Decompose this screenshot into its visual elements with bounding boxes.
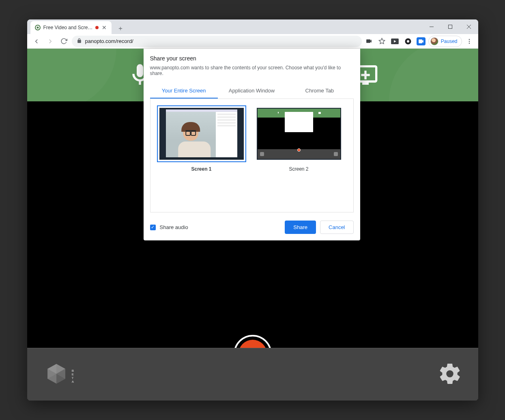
tab-bar: Free Video and Screen Reco ✕ ＋ bbox=[27, 19, 478, 34]
dialog-body: Screen 1 bbox=[150, 99, 354, 212]
screen-2-thumbnail bbox=[257, 108, 341, 160]
dialog-tabs: Your Entire Screen Application Window Ch… bbox=[150, 84, 354, 99]
tab-application-window[interactable]: Application Window bbox=[218, 84, 286, 99]
share-button[interactable]: Share bbox=[285, 221, 316, 234]
minimize-button[interactable] bbox=[422, 19, 441, 34]
screen-option-1[interactable]: Screen 1 bbox=[157, 105, 246, 172]
svg-point-1 bbox=[37, 27, 39, 29]
screen-option-2[interactable]: Screen 2 bbox=[254, 105, 344, 172]
tab-entire-screen[interactable]: Your Entire Screen bbox=[150, 84, 218, 99]
forward-button[interactable] bbox=[44, 35, 56, 47]
back-button[interactable] bbox=[30, 35, 43, 47]
panopto-logo: BETA bbox=[43, 361, 69, 388]
svg-point-13 bbox=[468, 39, 470, 40]
dialog-footer: ✓ Share audio Share Cancel bbox=[144, 212, 360, 240]
svg-point-15 bbox=[468, 43, 470, 44]
close-window-button[interactable] bbox=[460, 19, 478, 34]
screen-1-label: Screen 1 bbox=[157, 166, 246, 172]
svg-marker-12 bbox=[422, 40, 423, 43]
address-bar: panopto.com/record/ Paused bbox=[27, 34, 478, 49]
reload-button[interactable] bbox=[58, 35, 70, 47]
settings-button[interactable] bbox=[438, 362, 462, 388]
screen-2-label: Screen 2 bbox=[254, 166, 344, 172]
tab-chrome-tab[interactable]: Chrome Tab bbox=[286, 84, 353, 99]
url-text: panopto.com/record/ bbox=[85, 38, 133, 44]
screen-1-thumbnail bbox=[159, 108, 244, 160]
svg-rect-16 bbox=[318, 112, 321, 114]
dialog-description: www.panopto.com wants to share the conte… bbox=[150, 65, 354, 76]
svg-point-10 bbox=[407, 40, 409, 43]
omnibox[interactable]: panopto.com/record/ bbox=[72, 36, 362, 47]
extension-circled-icon[interactable] bbox=[402, 36, 414, 47]
share-audio-checkbox[interactable]: ✓ bbox=[150, 225, 156, 230]
dialog-header: Share your screen www.panopto.com wants … bbox=[144, 49, 360, 79]
camera-indicator-icon[interactable] bbox=[363, 36, 375, 47]
share-screen-dialog: Share your screen www.panopto.com wants … bbox=[144, 49, 360, 240]
browser-window: Free Video and Screen Reco ✕ ＋ panopto.c… bbox=[27, 19, 478, 401]
extension-cast-icon[interactable] bbox=[389, 36, 401, 47]
lock-icon bbox=[77, 38, 82, 45]
bottom-control-bar: BETA bbox=[27, 348, 478, 401]
share-audio-row: ✓ Share audio bbox=[150, 224, 188, 230]
gear-icon bbox=[438, 362, 462, 386]
svg-rect-3 bbox=[448, 25, 452, 29]
browser-tab[interactable]: Free Video and Screen Reco ✕ bbox=[30, 21, 112, 34]
svg-rect-11 bbox=[419, 39, 422, 43]
share-audio-label: Share audio bbox=[160, 224, 188, 230]
extension-meet-icon[interactable] bbox=[415, 36, 427, 47]
profile-chip[interactable]: Paused bbox=[428, 36, 462, 47]
recording-indicator-icon bbox=[95, 26, 99, 29]
panopto-favicon-icon bbox=[34, 24, 41, 31]
close-tab-icon[interactable]: ✕ bbox=[101, 24, 107, 31]
chrome-menu-icon[interactable] bbox=[464, 36, 475, 47]
new-tab-button[interactable]: ＋ bbox=[115, 23, 126, 34]
maximize-button[interactable] bbox=[441, 19, 460, 34]
svg-point-14 bbox=[468, 41, 470, 42]
window-controls bbox=[422, 19, 478, 34]
beta-label: BETA bbox=[72, 369, 75, 384]
address-actions: Paused bbox=[363, 36, 475, 47]
dialog-title: Share your screen bbox=[150, 55, 354, 62]
svg-marker-6 bbox=[379, 38, 385, 43]
panopto-logo-icon bbox=[43, 361, 69, 387]
page-content: Share your screen www.panopto.com wants … bbox=[27, 49, 478, 401]
profile-avatar-icon bbox=[430, 37, 438, 45]
tab-title: Free Video and Screen Reco bbox=[43, 25, 93, 30]
bookmark-star-icon[interactable] bbox=[376, 36, 388, 47]
cancel-button[interactable]: Cancel bbox=[320, 221, 353, 234]
profile-status: Paused bbox=[441, 39, 458, 44]
